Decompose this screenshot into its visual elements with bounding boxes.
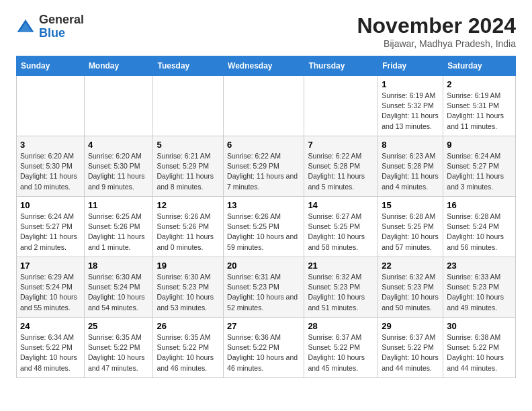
calendar-cell	[224, 76, 304, 136]
weekday-header: Tuesday	[153, 56, 224, 76]
day-number: 22	[382, 261, 439, 271]
day-info: Sunrise: 6:31 AM Sunset: 5:23 PM Dayligh…	[227, 272, 300, 313]
calendar-cell: 3Sunrise: 6:20 AM Sunset: 5:30 PM Daylig…	[17, 136, 85, 197]
day-info: Sunrise: 6:26 AM Sunset: 5:25 PM Dayligh…	[227, 212, 300, 253]
page-header: General Blue November 2024 Bijawar, Madh…	[16, 13, 516, 49]
calendar-cell: 24Sunrise: 6:34 AM Sunset: 5:22 PM Dayli…	[17, 318, 85, 378]
calendar-cell	[153, 76, 224, 136]
day-info: Sunrise: 6:33 AM Sunset: 5:23 PM Dayligh…	[447, 272, 512, 313]
day-number: 17	[20, 261, 81, 271]
day-info: Sunrise: 6:32 AM Sunset: 5:23 PM Dayligh…	[382, 272, 439, 313]
calendar-cell: 30Sunrise: 6:38 AM Sunset: 5:22 PM Dayli…	[443, 318, 516, 378]
calendar-cell: 14Sunrise: 6:27 AM Sunset: 5:25 PM Dayli…	[304, 197, 378, 257]
day-info: Sunrise: 6:22 AM Sunset: 5:29 PM Dayligh…	[227, 151, 300, 192]
day-number: 18	[88, 261, 150, 271]
day-number: 7	[308, 140, 374, 150]
day-number: 14	[308, 200, 374, 210]
day-number: 13	[227, 200, 300, 210]
day-number: 16	[447, 200, 512, 210]
page-title: November 2024	[357, 13, 516, 38]
weekday-header: Thursday	[304, 56, 378, 76]
calendar-cell: 16Sunrise: 6:28 AM Sunset: 5:24 PM Dayli…	[443, 197, 516, 257]
day-number: 2	[447, 79, 512, 89]
calendar-cell: 11Sunrise: 6:25 AM Sunset: 5:26 PM Dayli…	[84, 197, 153, 257]
day-info: Sunrise: 6:27 AM Sunset: 5:25 PM Dayligh…	[308, 212, 374, 253]
day-info: Sunrise: 6:35 AM Sunset: 5:22 PM Dayligh…	[88, 332, 150, 373]
day-info: Sunrise: 6:34 AM Sunset: 5:22 PM Dayligh…	[20, 332, 81, 373]
logo-text: General Blue	[39, 13, 84, 40]
calendar-cell: 22Sunrise: 6:32 AM Sunset: 5:23 PM Dayli…	[378, 257, 443, 318]
day-info: Sunrise: 6:30 AM Sunset: 5:24 PM Dayligh…	[88, 272, 150, 313]
weekday-header: Friday	[378, 56, 443, 76]
day-number: 15	[382, 200, 439, 210]
day-number: 12	[157, 200, 220, 210]
day-info: Sunrise: 6:24 AM Sunset: 5:27 PM Dayligh…	[447, 151, 512, 192]
calendar-table: SundayMondayTuesdayWednesdayThursdayFrid…	[16, 56, 516, 378]
title-block: November 2024 Bijawar, Madhya Pradesh, I…	[357, 13, 516, 49]
day-number: 25	[88, 321, 150, 331]
day-info: Sunrise: 6:20 AM Sunset: 5:30 PM Dayligh…	[20, 151, 81, 192]
day-info: Sunrise: 6:19 AM Sunset: 5:31 PM Dayligh…	[447, 91, 512, 132]
weekday-header-row: SundayMondayTuesdayWednesdayThursdayFrid…	[17, 56, 516, 76]
calendar-cell: 20Sunrise: 6:31 AM Sunset: 5:23 PM Dayli…	[224, 257, 304, 318]
logo: General Blue	[16, 13, 84, 40]
day-info: Sunrise: 6:38 AM Sunset: 5:22 PM Dayligh…	[447, 332, 512, 373]
calendar-cell: 9Sunrise: 6:24 AM Sunset: 5:27 PM Daylig…	[443, 136, 516, 197]
calendar-cell: 12Sunrise: 6:26 AM Sunset: 5:26 PM Dayli…	[153, 197, 224, 257]
day-number: 4	[88, 140, 150, 150]
weekday-header: Saturday	[443, 56, 516, 76]
day-info: Sunrise: 6:32 AM Sunset: 5:23 PM Dayligh…	[308, 272, 374, 313]
day-number: 24	[20, 321, 81, 331]
day-number: 19	[157, 261, 220, 271]
calendar-cell: 7Sunrise: 6:22 AM Sunset: 5:28 PM Daylig…	[304, 136, 378, 197]
day-number: 20	[227, 261, 300, 271]
calendar-week-row: 17Sunrise: 6:29 AM Sunset: 5:24 PM Dayli…	[17, 257, 516, 318]
day-info: Sunrise: 6:24 AM Sunset: 5:27 PM Dayligh…	[20, 212, 81, 253]
calendar-cell: 27Sunrise: 6:36 AM Sunset: 5:22 PM Dayli…	[224, 318, 304, 378]
calendar-cell: 17Sunrise: 6:29 AM Sunset: 5:24 PM Dayli…	[17, 257, 85, 318]
calendar-cell: 6Sunrise: 6:22 AM Sunset: 5:29 PM Daylig…	[224, 136, 304, 197]
calendar-cell: 15Sunrise: 6:28 AM Sunset: 5:25 PM Dayli…	[378, 197, 443, 257]
day-info: Sunrise: 6:19 AM Sunset: 5:32 PM Dayligh…	[382, 91, 439, 132]
calendar-cell: 18Sunrise: 6:30 AM Sunset: 5:24 PM Dayli…	[84, 257, 153, 318]
day-info: Sunrise: 6:22 AM Sunset: 5:28 PM Dayligh…	[308, 151, 374, 192]
day-info: Sunrise: 6:23 AM Sunset: 5:28 PM Dayligh…	[382, 151, 439, 192]
page-subtitle: Bijawar, Madhya Pradesh, India	[357, 38, 516, 49]
day-number: 11	[88, 200, 150, 210]
calendar-cell: 2Sunrise: 6:19 AM Sunset: 5:31 PM Daylig…	[443, 76, 516, 136]
day-number: 8	[382, 140, 439, 150]
calendar-cell: 13Sunrise: 6:26 AM Sunset: 5:25 PM Dayli…	[224, 197, 304, 257]
day-number: 9	[447, 140, 512, 150]
calendar-week-row: 24Sunrise: 6:34 AM Sunset: 5:22 PM Dayli…	[17, 318, 516, 378]
calendar-cell: 4Sunrise: 6:20 AM Sunset: 5:30 PM Daylig…	[84, 136, 153, 197]
weekday-header: Wednesday	[224, 56, 304, 76]
calendar-week-row: 3Sunrise: 6:20 AM Sunset: 5:30 PM Daylig…	[17, 136, 516, 197]
calendar-cell	[84, 76, 153, 136]
logo-icon	[16, 17, 35, 36]
day-number: 23	[447, 261, 512, 271]
day-info: Sunrise: 6:25 AM Sunset: 5:26 PM Dayligh…	[88, 212, 150, 253]
calendar-cell: 23Sunrise: 6:33 AM Sunset: 5:23 PM Dayli…	[443, 257, 516, 318]
day-number: 27	[227, 321, 300, 331]
calendar-cell: 21Sunrise: 6:32 AM Sunset: 5:23 PM Dayli…	[304, 257, 378, 318]
calendar-cell: 5Sunrise: 6:21 AM Sunset: 5:29 PM Daylig…	[153, 136, 224, 197]
calendar-cell: 26Sunrise: 6:35 AM Sunset: 5:22 PM Dayli…	[153, 318, 224, 378]
calendar-cell	[17, 76, 85, 136]
weekday-header: Sunday	[17, 56, 85, 76]
calendar-cell: 19Sunrise: 6:30 AM Sunset: 5:23 PM Dayli…	[153, 257, 224, 318]
day-number: 1	[382, 79, 439, 89]
calendar-week-row: 10Sunrise: 6:24 AM Sunset: 5:27 PM Dayli…	[17, 197, 516, 257]
day-number: 10	[20, 200, 81, 210]
day-info: Sunrise: 6:35 AM Sunset: 5:22 PM Dayligh…	[157, 332, 220, 373]
day-number: 26	[157, 321, 220, 331]
day-number: 29	[382, 321, 439, 331]
calendar-cell: 10Sunrise: 6:24 AM Sunset: 5:27 PM Dayli…	[17, 197, 85, 257]
weekday-header: Monday	[84, 56, 153, 76]
day-number: 21	[308, 261, 374, 271]
day-info: Sunrise: 6:20 AM Sunset: 5:30 PM Dayligh…	[88, 151, 150, 192]
day-info: Sunrise: 6:21 AM Sunset: 5:29 PM Dayligh…	[157, 151, 220, 192]
day-number: 3	[20, 140, 81, 150]
day-info: Sunrise: 6:37 AM Sunset: 5:22 PM Dayligh…	[308, 332, 374, 373]
calendar-week-row: 1Sunrise: 6:19 AM Sunset: 5:32 PM Daylig…	[17, 76, 516, 136]
day-number: 30	[447, 321, 512, 331]
